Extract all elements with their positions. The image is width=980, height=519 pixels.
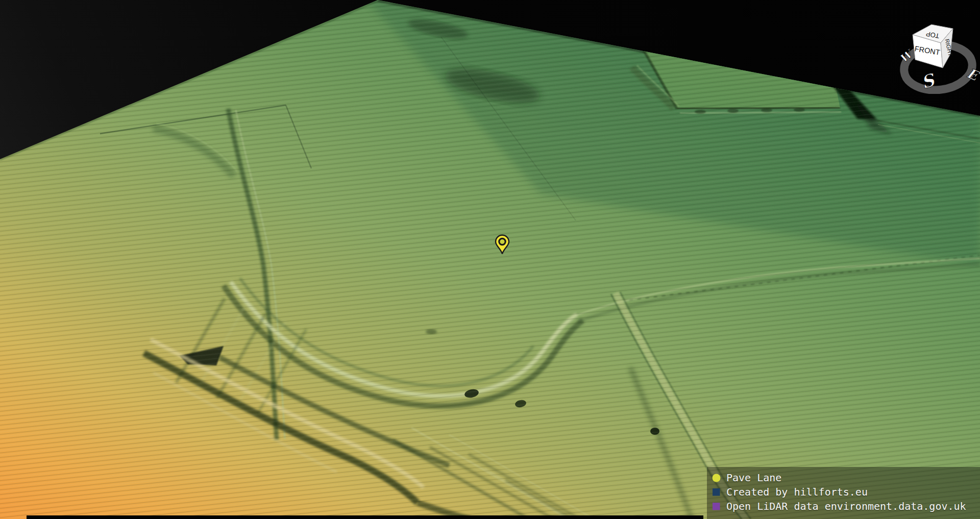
legend-credit-label: Created by hillforts.eu: [726, 485, 868, 499]
site-marker-swatch: [712, 474, 721, 482]
legend-item-site: Pave Lane: [712, 471, 980, 485]
terrain-render[interactable]: [0, 0, 980, 519]
legend-datasource-label: Open LiDAR data environment.data.gov.uk: [726, 499, 966, 513]
location-marker-pin[interactable]: [491, 231, 513, 255]
pin-hole: [499, 238, 505, 244]
datasource-swatch: [712, 502, 721, 511]
legend-site-label: Pave Lane: [726, 471, 781, 485]
surface-noise: [0, 0, 980, 519]
credit-swatch: [712, 488, 721, 497]
legend-panel: Pave Lane Created by hillforts.eu Open L…: [707, 467, 980, 519]
legend-item-datasource: Open LiDAR data environment.data.gov.uk: [712, 499, 980, 513]
nav-cube[interactable]: W S E TOP FRONT RIGHT: [894, 14, 980, 94]
legend-item-credit: Created by hillforts.eu: [712, 485, 980, 499]
lidar-viewport[interactable]: W S E TOP FRONT RIGHT Pave Lane Created …: [0, 0, 980, 519]
tile-edge: [27, 515, 703, 519]
